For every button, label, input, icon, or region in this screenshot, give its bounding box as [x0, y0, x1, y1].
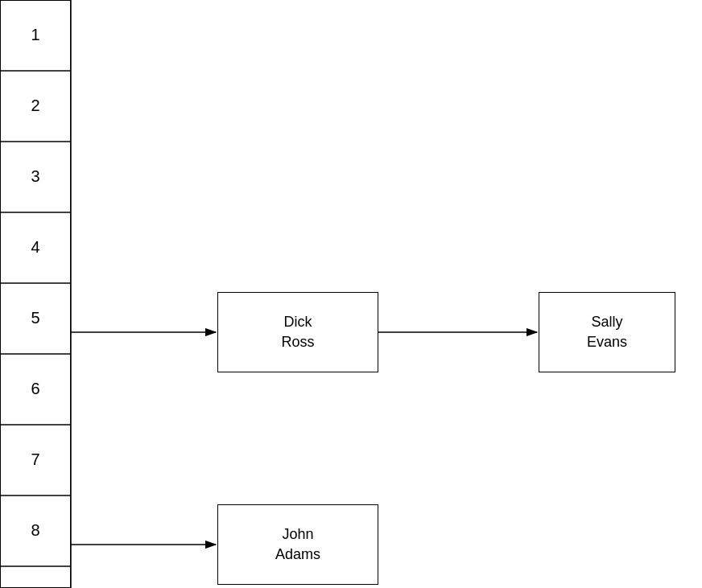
sally-evans-box: SallyEvans: [539, 292, 675, 372]
dick-ross-label: DickRoss: [281, 312, 314, 352]
john-adams-box: JohnAdams: [217, 504, 378, 585]
row-numbers-column: [0, 0, 71, 588]
dick-ross-box: DickRoss: [217, 292, 378, 372]
sally-evans-label: SallyEvans: [587, 312, 627, 352]
john-adams-label: JohnAdams: [275, 524, 320, 565]
diagram-container: DickRoss SallyEvans JohnAdams 1 2 3 4 5 …: [0, 0, 702, 588]
